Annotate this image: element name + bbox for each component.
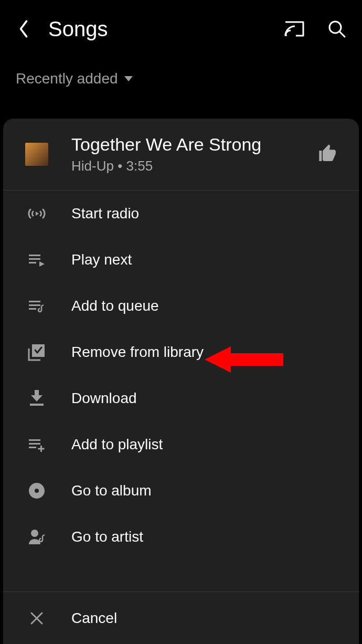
svg-marker-3 [124, 76, 133, 81]
play-next-icon [25, 252, 48, 267]
svg-marker-13 [31, 390, 42, 402]
svg-rect-11 [29, 308, 36, 310]
svg-point-1 [329, 22, 341, 33]
menu-item-play-next[interactable]: Play next [3, 237, 359, 283]
svg-point-22 [31, 530, 38, 537]
chevron-left-icon [18, 19, 29, 39]
back-button[interactable] [10, 19, 37, 39]
svg-rect-9 [29, 301, 40, 302]
svg-rect-15 [29, 439, 40, 441]
menu-item-start-radio[interactable]: Start radio [3, 191, 359, 237]
search-icon [327, 19, 346, 38]
svg-rect-5 [29, 255, 40, 256]
remove-library-icon [25, 343, 48, 361]
menu-item-add-to-queue[interactable]: Add to queue [3, 283, 359, 329]
thumbs-up-icon [317, 143, 339, 164]
queue-icon [25, 299, 48, 313]
track-subtitle: Hid-Up • 3:55 [71, 158, 317, 174]
radio-icon [25, 206, 48, 221]
svg-rect-17 [29, 447, 36, 448]
playlist-add-icon [25, 437, 48, 452]
context-menu-sheet: Together We Are Strong Hid-Up • 3:55 Sta… [3, 119, 359, 644]
svg-rect-10 [29, 304, 40, 306]
svg-rect-19 [38, 448, 45, 450]
menu-item-label: Go to album [71, 482, 152, 499]
menu-item-download[interactable]: Download [3, 375, 359, 421]
download-icon [25, 390, 48, 407]
svg-rect-16 [29, 443, 40, 445]
dropdown-triangle-icon [123, 75, 134, 82]
search-button[interactable] [327, 19, 346, 38]
menu-item-label: Start radio [71, 205, 139, 222]
menu-item-label: Remove from library [71, 344, 204, 361]
track-title: Together We Are Strong [71, 134, 317, 155]
sort-label: Recently added [16, 70, 118, 87]
top-bar: Songs [0, 0, 362, 58]
page-title: Songs [48, 17, 283, 41]
svg-marker-4 [36, 212, 39, 216]
svg-rect-7 [29, 262, 36, 263]
menu-item-label: Add to queue [71, 298, 159, 314]
menu-item-label: Download [71, 390, 137, 407]
menu-item-label: Add to playlist [71, 436, 163, 453]
sort-dropdown[interactable]: Recently added [0, 58, 362, 100]
menu-list: Start radio Play next Add to queue Remov… [3, 191, 359, 592]
artist-icon [25, 529, 48, 545]
menu-item-go-to-artist[interactable]: Go to artist [3, 514, 359, 560]
svg-point-21 [35, 489, 39, 493]
svg-point-0 [285, 34, 287, 36]
menu-item-remove-from-library[interactable]: Remove from library [3, 329, 359, 375]
menu-item-label: Play next [71, 251, 132, 268]
svg-rect-6 [29, 258, 40, 260]
menu-item-add-to-playlist[interactable]: Add to playlist [3, 421, 359, 468]
svg-line-2 [340, 32, 345, 37]
track-header: Together We Are Strong Hid-Up • 3:55 [3, 119, 359, 191]
menu-item-go-to-album[interactable]: Go to album [3, 468, 359, 514]
cast-button[interactable] [283, 20, 305, 38]
album-art [25, 143, 48, 166]
like-button[interactable] [317, 143, 339, 166]
album-icon [25, 482, 48, 500]
svg-rect-14 [30, 404, 44, 406]
cast-icon [283, 20, 305, 38]
menu-item-label: Go to artist [71, 529, 143, 545]
cancel-button[interactable]: Cancel [3, 592, 359, 644]
svg-marker-8 [39, 261, 45, 267]
cancel-label: Cancel [71, 610, 117, 627]
close-icon [25, 611, 48, 626]
